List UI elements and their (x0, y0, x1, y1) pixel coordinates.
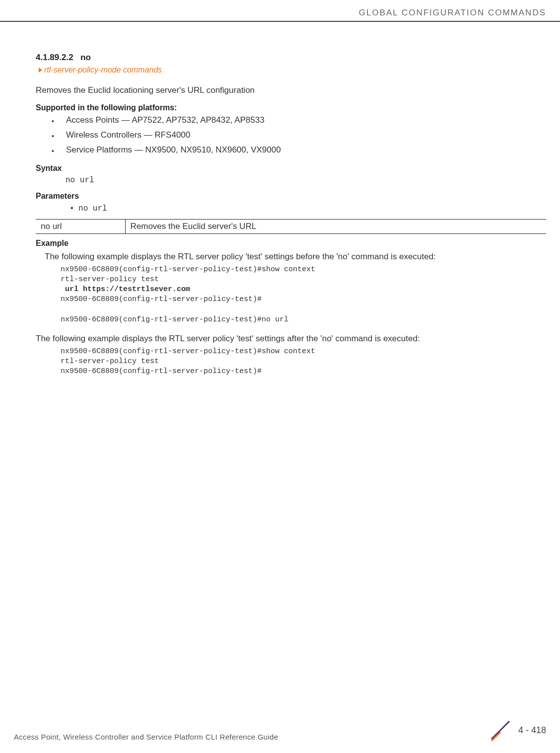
table-row: no url Removes the Euclid server's URL (36, 219, 546, 233)
code-line: nx9500-6C8809(config-rtl-server-policy-t… (61, 347, 315, 356)
code-line: rtl-server-policy test (61, 275, 159, 284)
syntax-code: no url (66, 176, 546, 185)
footer-page-number: 4 - 418 (518, 725, 546, 736)
list-item-text: Wireless Controllers — RFS4000 (66, 130, 190, 140)
intro-text: Removes the Euclid locationing server's … (36, 84, 546, 96)
bullet-icon: • (52, 130, 54, 142)
bullet-icon: • (70, 204, 73, 212)
section-title: no (80, 53, 91, 62)
breadcrumb-text: rtl-server-policy-mode commands (44, 66, 162, 75)
page-header-title: GLOBAL CONFIGURATION COMMANDS (359, 8, 546, 18)
list-item: • Wireless Controllers — RFS4000 (52, 130, 546, 142)
platforms-heading: Supported in the following platforms: (36, 103, 546, 112)
parameter-code: no url (78, 204, 107, 213)
code-line: rtl-server-policy test (61, 357, 159, 366)
parameters-table: no url Removes the Euclid server's URL (36, 219, 546, 234)
page-footer: Access Point, Wireless Controller and Se… (14, 719, 546, 741)
header-divider (0, 21, 560, 22)
syntax-heading: Syntax (36, 164, 546, 173)
list-item-text: Service Platforms — NX9500, NX9510, NX96… (66, 145, 281, 155)
code-line: nx9500-6C8809(config-rtl-server-policy-t… (61, 367, 262, 376)
code-line: nx9500-6C8809(config-rtl-server-policy-t… (61, 315, 288, 324)
footer-right: 4 - 418 (490, 719, 546, 741)
bullet-icon: • (52, 115, 54, 127)
section-heading: 4.1.89.2.2 no (36, 53, 546, 63)
example-code-after: nx9500-6C8809(config-rtl-server-policy-t… (61, 347, 546, 377)
svg-line-1 (491, 732, 500, 741)
list-item: • Service Platforms — NX9500, NX9510, NX… (52, 145, 546, 157)
example-heading: Example (36, 239, 546, 248)
platforms-list: • Access Points — AP7522, AP7532, AP8432… (52, 115, 546, 157)
footer-guide-title: Access Point, Wireless Controller and Se… (14, 733, 278, 741)
bullet-icon: • (52, 145, 54, 157)
example-before-text: The following example displays the RTL s… (45, 251, 546, 263)
parameters-heading: Parameters (36, 192, 546, 201)
list-item: • Access Points — AP7522, AP7532, AP8432… (52, 115, 546, 127)
footer-logo-icon (490, 719, 511, 741)
code-line: nx9500-6C8809(config-rtl-server-policy-t… (61, 295, 262, 303)
table-cell-desc: Removes the Euclid server's URL (125, 219, 546, 233)
breadcrumb-arrow-icon (39, 68, 42, 73)
example-code-before: nx9500-6C8809(config-rtl-server-policy-t… (61, 265, 546, 325)
main-content: 4.1.89.2.2 no rtl-server-policy-mode com… (36, 53, 546, 377)
list-item-text: Access Points — AP7522, AP7532, AP8432, … (66, 115, 265, 125)
code-line: nx9500-6C8809(config-rtl-server-policy-t… (61, 265, 315, 274)
breadcrumb: rtl-server-policy-mode commands (39, 66, 546, 75)
example-after-text: The following example displays the RTL s… (36, 333, 546, 345)
code-line-bold: url https://testrtlsever.com (61, 285, 190, 294)
section-number: 4.1.89.2.2 (36, 53, 73, 62)
table-cell-param: no url (36, 219, 125, 233)
svg-line-0 (491, 721, 509, 739)
parameter-item: • no url (70, 204, 546, 213)
